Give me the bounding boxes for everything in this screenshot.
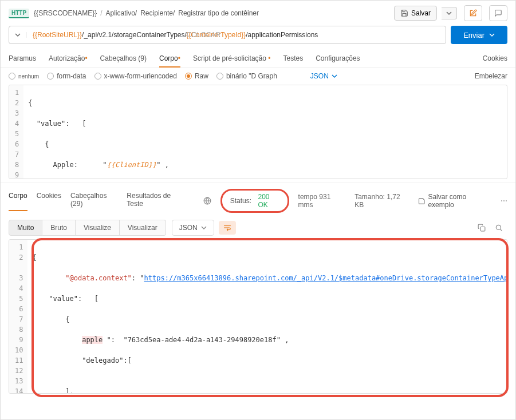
request-gutter: 123456789 [9,85,23,179]
tab-body[interactable]: Corpo• [159,50,180,67]
tab-tests[interactable]: Testes [283,50,303,67]
crumb-2[interactable]: Recipiente/ [140,9,175,17]
save-button[interactable]: Salvar [394,6,437,21]
resp-tab-headers[interactable]: Cabeçalhos (29) [70,192,117,210]
crumb-0[interactable]: {{SRSCODENAME}} [34,9,97,17]
save-example-button[interactable]: Salvar como exemplo [418,193,491,209]
resp-tab-cookies[interactable]: Cookies [37,192,61,210]
comment-button[interactable] [489,5,507,21]
more-icon[interactable]: ⋯ [501,197,507,205]
response-size: Tamanho: 1,72 KB [354,193,409,209]
url-text: {{RootSiteURL}}/_api/v2.1/storageContain… [33,31,318,39]
response-editor[interactable]: 12 34567891011121314 { "@odata.context":… [9,239,507,394]
tab-prescript[interactable]: Script de pré-solicitação • [193,50,271,67]
response-gutter: 12 34567891011121314 [9,240,27,393]
view-raw[interactable]: Bruto [42,220,76,236]
radio-none[interactable]: nenhum [9,73,39,80]
radio-urlencoded[interactable]: x-www-form-urlencoded [94,72,177,80]
request-editor[interactable]: 123456789 { "value": [ { Apple: "{{Clien… [9,85,507,179]
method-dropdown[interactable] [15,32,27,38]
radio-raw[interactable]: Raw [185,72,208,80]
view-visualize[interactable]: Visualizar [120,220,166,236]
status-pill: Status: 200 OK [220,189,289,213]
raw-type-dropdown[interactable]: JSON [310,72,337,80]
svg-point-4 [496,225,501,229]
body-type-row: nenhum form-data x-www-form-urlencoded R… [1,68,515,85]
tab-auth[interactable]: Autorização• [49,50,88,67]
cookies-link[interactable]: Cookies [483,50,507,67]
response-code[interactable]: { "@odata.context": "https://m365x664138… [27,240,507,393]
send-button[interactable]: Enviar [451,26,507,44]
url-input[interactable]: {{RootSiteURL}}/_api/v2.1/storageContain… [9,26,446,44]
crumb-3[interactable]: Registrar tipo de contêiner [178,9,259,17]
radio-formdata[interactable]: form-data [47,72,86,80]
copy-icon[interactable] [473,220,490,235]
request-code[interactable]: { "value": [ { Apple: "{{ClientID}}" , "… [23,85,507,179]
view-pretty[interactable]: Muito [9,220,42,236]
svg-line-5 [500,229,502,231]
send-label: Enviar [463,31,485,39]
tab-headers[interactable]: Cabeçalhos (9) [100,50,147,67]
edit-button[interactable] [464,5,482,21]
save-label: Salvar [411,9,431,17]
radio-binary[interactable]: binário "D Graph [216,72,277,80]
breadcrumb: {{SRSCODENAME}} / Aplicativo/ Recipiente… [34,9,389,17]
save-dropdown[interactable] [442,7,457,19]
svg-rect-3 [480,227,485,231]
response-controls: Muito Bruto Visualize Visualizar JSON [1,216,515,239]
beautify-link[interactable]: Embelezar [475,72,507,80]
tab-settings[interactable]: Configurações [316,50,360,67]
resp-tab-body[interactable]: Corpo [9,192,27,210]
response-time: tempo 931 mms [298,193,346,209]
wrap-lines-button[interactable] [219,221,236,235]
resp-tab-tests[interactable]: Resultados de Teste [127,192,184,210]
save-icon [400,9,408,17]
crumb-1[interactable]: Aplicativo/ [106,9,137,17]
search-icon[interactable] [490,220,507,235]
response-bar: Corpo Cookies Cabeçalhos (29) Resultados… [1,183,515,216]
request-tabs: Paramus Autorização• Cabeçalhos (9) Corp… [1,50,515,68]
globe-icon[interactable] [203,197,211,205]
view-preview[interactable]: Visualize [76,220,120,236]
tab-params[interactable]: Paramus [9,50,36,67]
response-format-dropdown[interactable]: JSON [172,220,214,236]
crumb-sep: / [100,9,102,17]
http-badge: HTTP [9,9,29,18]
